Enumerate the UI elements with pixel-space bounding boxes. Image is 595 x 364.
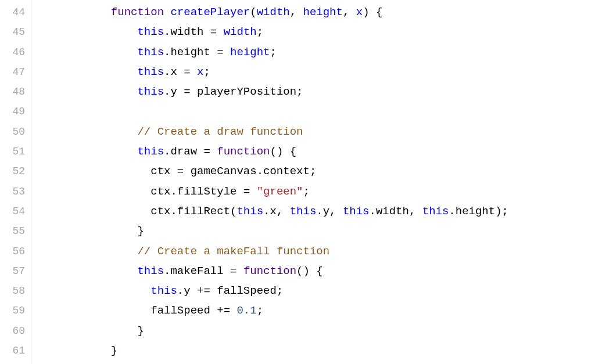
token-punc: } [31, 325, 144, 337]
line-number: 45 [5, 22, 25, 42]
token-prop: .width, [370, 205, 422, 218]
token-punc: } [31, 225, 144, 237]
token-prop: .width = [164, 26, 224, 38]
code-line[interactable]: } [31, 321, 508, 341]
token-prop: ctx = gameCanvas.context; [31, 165, 316, 178]
token-cmt: // Create a makeFall function [137, 245, 329, 258]
line-number: 56 [5, 242, 25, 261]
line-number: 55 [5, 221, 25, 241]
line-number: 57 [5, 261, 25, 281]
code-editor[interactable]: 444546474849505152535455565758596061 fun… [0, 0, 595, 364]
token-prm: height [303, 6, 343, 19]
code-line[interactable]: this.x = x; [31, 62, 508, 82]
token-punc [31, 85, 137, 98]
token-punc: ; [257, 26, 263, 38]
token-punc: ; [303, 185, 310, 198]
token-punc [31, 245, 137, 258]
token-fn: createPlayer [170, 6, 250, 19]
token-this: this [236, 205, 263, 218]
line-number: 51 [5, 142, 25, 161]
code-line[interactable]: ctx.fillRect(this.x, this.y, this.width,… [31, 201, 508, 221]
code-line[interactable]: ctx.fillStyle = "green"; [31, 182, 508, 201]
line-number-gutter: 444546474849505152535455565758596061 [0, 0, 31, 364]
code-line[interactable]: this.y = playerYPosition; [31, 82, 508, 102]
line-number: 53 [5, 182, 25, 201]
token-this: this [150, 284, 177, 297]
token-prop: .y += fallSpeed; [177, 284, 283, 297]
token-punc: ; [257, 304, 263, 317]
token-this: this [343, 205, 370, 218]
token-punc: , [343, 6, 356, 19]
token-str: "green" [257, 185, 303, 198]
token-num: 0.1 [236, 304, 256, 317]
token-punc: ; [203, 66, 210, 78]
line-number: 44 [5, 2, 25, 22]
token-prm: height [230, 46, 270, 59]
token-prop: .draw = [164, 145, 217, 158]
token-punc: () { [270, 145, 296, 158]
code-line[interactable]: } [31, 341, 508, 361]
token-prop: ctx.fillStyle = [31, 185, 257, 198]
token-prop: .height = [164, 46, 230, 59]
token-punc [31, 284, 150, 297]
token-this: this [290, 205, 317, 218]
token-punc: ( [250, 6, 256, 19]
token-prm: x [197, 66, 203, 78]
token-prm: width [224, 26, 257, 38]
token-punc: ) { [363, 6, 382, 19]
token-punc [31, 125, 137, 138]
token-this: this [137, 85, 164, 98]
code-line[interactable]: this.height = height; [31, 42, 508, 62]
code-line[interactable]: this.draw = function() { [31, 142, 508, 161]
token-punc [31, 26, 137, 38]
token-this: this [137, 26, 164, 38]
code-line[interactable]: function createPlayer(width, height, x) … [31, 2, 508, 22]
token-punc: ; [270, 46, 277, 59]
token-cmt: // Create a draw function [137, 125, 303, 138]
line-number: 59 [5, 301, 25, 320]
token-punc [31, 265, 137, 277]
token-prm: x [356, 6, 363, 19]
line-number: 50 [5, 122, 25, 142]
line-number: 46 [5, 42, 25, 62]
token-punc [164, 6, 170, 19]
code-line[interactable]: } [31, 221, 508, 241]
token-prop: .x, [263, 205, 290, 218]
token-punc [31, 46, 137, 59]
line-number: 60 [5, 321, 25, 341]
token-kw: function [243, 265, 296, 277]
token-prop: .height); [449, 205, 508, 218]
token-prop: ctx.fillRect( [31, 205, 236, 218]
code-line[interactable]: // Create a draw function [31, 122, 508, 142]
token-prop: .makeFall = [164, 265, 243, 277]
code-line[interactable] [31, 102, 508, 121]
token-this: this [137, 265, 164, 277]
line-number: 52 [5, 161, 25, 181]
token-punc [31, 66, 137, 78]
token-kw: function [111, 6, 164, 19]
token-prm: width [257, 6, 290, 19]
token-prop: .y = playerYPosition; [164, 85, 303, 98]
line-number: 58 [5, 281, 25, 301]
token-punc [31, 145, 137, 158]
token-this: this [137, 145, 164, 158]
token-this: this [137, 66, 164, 78]
token-punc [31, 6, 111, 19]
code-line[interactable]: this.makeFall = function() { [31, 261, 508, 281]
line-number: 47 [5, 62, 25, 82]
code-line[interactable]: ctx = gameCanvas.context; [31, 161, 508, 181]
code-line[interactable]: fallSpeed += 0.1; [31, 301, 508, 320]
token-punc: } [31, 344, 117, 357]
code-line[interactable]: this.y += fallSpeed; [31, 281, 508, 301]
token-punc: () { [296, 265, 323, 277]
line-number: 61 [5, 341, 25, 361]
code-line[interactable]: // Create a makeFall function [31, 242, 508, 261]
token-prop: fallSpeed += [31, 304, 236, 317]
line-number: 48 [5, 82, 25, 102]
token-prop: .x = [164, 66, 197, 78]
code-area[interactable]: function createPlayer(width, height, x) … [31, 0, 515, 364]
token-prop: .y, [316, 205, 343, 218]
line-number: 54 [5, 201, 25, 221]
line-number: 49 [5, 102, 25, 121]
code-line[interactable]: this.width = width; [31, 22, 508, 42]
